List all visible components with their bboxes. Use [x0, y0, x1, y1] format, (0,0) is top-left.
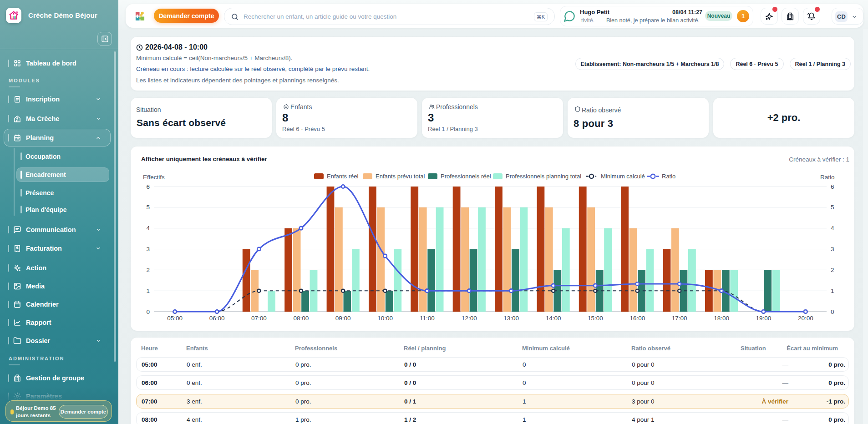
svg-text:13:00: 13:00 — [503, 315, 519, 322]
svg-text:14:00: 14:00 — [546, 315, 561, 322]
svg-text:3: 3 — [831, 246, 834, 252]
svg-text:2: 2 — [146, 267, 150, 273]
svg-text:11:00: 11:00 — [420, 315, 435, 322]
svg-text:0: 0 — [831, 308, 834, 315]
svg-text:2: 2 — [831, 267, 834, 273]
svg-text:1: 1 — [831, 288, 834, 294]
svg-text:06:00: 06:00 — [209, 315, 225, 322]
svg-text:5: 5 — [831, 204, 834, 211]
svg-text:0: 0 — [146, 308, 150, 315]
svg-text:12:00: 12:00 — [462, 315, 477, 322]
svg-text:4: 4 — [146, 225, 150, 232]
svg-text:19:00: 19:00 — [756, 315, 772, 322]
svg-text:05:00: 05:00 — [167, 315, 183, 322]
svg-text:09:00: 09:00 — [335, 315, 351, 322]
svg-text:17:00: 17:00 — [672, 315, 687, 322]
svg-text:5: 5 — [146, 204, 150, 211]
svg-text:08:00: 08:00 — [293, 315, 309, 322]
svg-text:07:00: 07:00 — [251, 315, 267, 322]
svg-text:16:00: 16:00 — [629, 315, 645, 322]
svg-text:15:00: 15:00 — [588, 315, 603, 322]
svg-text:6: 6 — [146, 183, 150, 190]
svg-text:1: 1 — [146, 288, 150, 294]
svg-text:6: 6 — [831, 183, 834, 190]
svg-text:4: 4 — [831, 225, 834, 232]
svg-text:20:00: 20:00 — [798, 315, 813, 322]
svg-text:18:00: 18:00 — [714, 315, 729, 322]
svg-text:10:00: 10:00 — [377, 315, 393, 322]
svg-text:3: 3 — [146, 246, 150, 252]
